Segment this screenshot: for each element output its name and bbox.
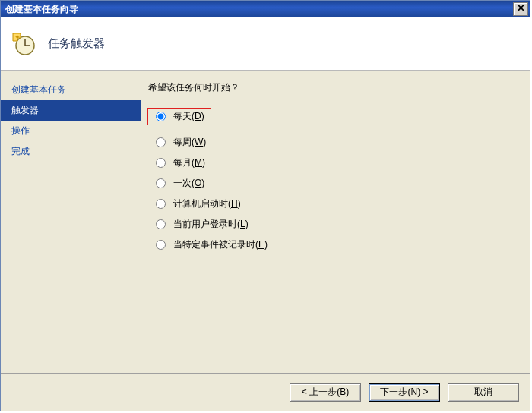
trigger-option-label: 计算机启动时(H) (173, 197, 241, 210)
sidebar-step-0[interactable]: 创建基本任务 (1, 80, 141, 100)
trigger-option-5[interactable]: 当前用户登录时(L) (148, 216, 522, 232)
sidebar-step-1[interactable]: 触发器 (1, 100, 141, 121)
trigger-radio-2[interactable] (156, 158, 166, 168)
trigger-option-4[interactable]: 计算机启动时(H) (148, 196, 522, 212)
next-button[interactable]: 下一步(N) > (369, 383, 440, 402)
titlebar: 创建基本任务向导 ✕ (1, 1, 530, 17)
trigger-options-group: 每天(D)每周(W)每月(M)一次(O)计算机启动时(H)当前用户登录时(L)当… (148, 103, 522, 253)
close-button[interactable]: ✕ (513, 2, 528, 16)
trigger-question: 希望该任务何时开始？ (148, 81, 522, 94)
clock-new-icon: ✦ (11, 32, 36, 56)
sidebar-step-2[interactable]: 操作 (1, 121, 141, 141)
wizard-window: 创建基本任务向导 ✕ ✦ 任务触发器 创建基本任务触发器操作完成 希望该任务何时… (0, 0, 530, 411)
trigger-radio-6[interactable] (156, 240, 166, 250)
page-title: 任务触发器 (48, 36, 105, 51)
svg-text:✦: ✦ (14, 33, 21, 41)
trigger-radio-0[interactable] (156, 112, 166, 121)
content-panel: 希望该任务何时开始？ 每天(D)每周(W)每月(M)一次(O)计算机启动时(H)… (141, 71, 530, 373)
trigger-option-label: 每周(W) (173, 136, 206, 149)
trigger-option-label: 当前用户登录时(L) (173, 218, 249, 231)
trigger-radio-5[interactable] (156, 219, 166, 229)
trigger-option-0[interactable]: 每天(D) (147, 108, 211, 125)
trigger-option-3[interactable]: 一次(O) (148, 175, 522, 191)
trigger-radio-1[interactable] (156, 137, 166, 147)
trigger-option-label: 每天(D) (173, 110, 204, 123)
main-area: 创建基本任务触发器操作完成 希望该任务何时开始？ 每天(D)每周(W)每月(M)… (1, 71, 530, 373)
trigger-radio-3[interactable] (156, 178, 166, 188)
cancel-button[interactable]: 取消 (448, 383, 519, 402)
trigger-option-label: 当特定事件被记录时(E) (173, 238, 268, 251)
wizard-header: ✦ 任务触发器 (1, 17, 530, 71)
trigger-option-label: 一次(O) (173, 177, 204, 190)
sidebar-step-3[interactable]: 完成 (1, 141, 141, 162)
trigger-option-2[interactable]: 每月(M) (148, 155, 522, 171)
back-button[interactable]: < 上一步(B) (290, 383, 361, 402)
window-title: 创建基本任务向导 (5, 3, 78, 16)
wizard-footer: < 上一步(B) 下一步(N) > 取消 (1, 373, 530, 411)
wizard-sidebar: 创建基本任务触发器操作完成 (1, 71, 141, 373)
trigger-option-1[interactable]: 每周(W) (148, 134, 522, 150)
trigger-option-6[interactable]: 当特定事件被记录时(E) (148, 237, 522, 253)
trigger-option-label: 每月(M) (173, 156, 205, 169)
trigger-radio-4[interactable] (156, 199, 166, 209)
